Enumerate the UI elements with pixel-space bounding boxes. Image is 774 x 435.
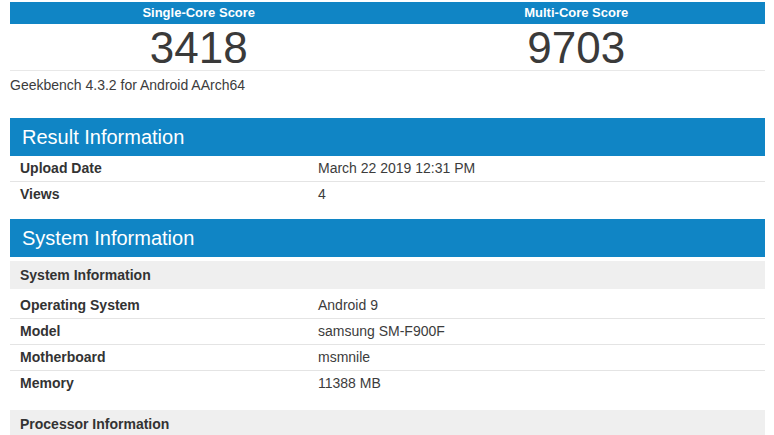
- row-label: Model: [10, 324, 318, 339]
- row-value: 4: [318, 187, 765, 202]
- horizontal-divider: [10, 70, 765, 71]
- row-label: Memory: [10, 376, 318, 391]
- row-value: samsung SM-F900F: [318, 324, 765, 339]
- score-header-bar: Single-Core Score Multi-Core Score: [10, 2, 765, 24]
- system-information-table: Operating System Android 9 Model samsung…: [10, 293, 765, 396]
- subheader-system-information: System Information: [10, 261, 765, 289]
- single-core-score-label: Single-Core Score: [10, 2, 388, 24]
- section-result-information: Result Information Upload Date March 22 …: [10, 118, 765, 207]
- single-core-score-value: 3418: [10, 24, 388, 70]
- multi-core-score-label: Multi-Core Score: [388, 2, 766, 24]
- table-row-memory: Memory 11388 MB: [10, 371, 765, 396]
- table-row-upload-date: Upload Date March 22 2019 12:31 PM: [10, 156, 765, 182]
- table-row-model: Model samsung SM-F900F: [10, 319, 765, 345]
- section-title-result-information: Result Information: [10, 118, 765, 156]
- row-label: Motherboard: [10, 350, 318, 365]
- row-label: Upload Date: [10, 161, 318, 176]
- benchmark-result-page: Single-Core Score Multi-Core Score 3418 …: [10, 0, 765, 435]
- table-row-views: Views 4: [10, 182, 765, 207]
- multi-core-score-value: 9703: [388, 24, 766, 70]
- row-label: Operating System: [10, 298, 318, 313]
- row-value: March 22 2019 12:31 PM: [318, 161, 765, 176]
- section-title-system-information: System Information: [10, 219, 765, 257]
- result-information-table: Upload Date March 22 2019 12:31 PM Views…: [10, 156, 765, 207]
- table-row-operating-system: Operating System Android 9: [10, 293, 765, 319]
- subheader-processor-information: Processor Information: [10, 410, 765, 435]
- row-label: Views: [10, 187, 318, 202]
- row-value: Android 9: [318, 298, 765, 313]
- section-system-information: System Information System Information Op…: [10, 219, 765, 435]
- score-values-row: 3418 9703: [10, 24, 765, 70]
- row-value: 11388 MB: [318, 376, 765, 391]
- benchmark-version-caption: Geekbench 4.3.2 for Android AArch64: [10, 77, 765, 94]
- table-row-motherboard: Motherboard msmnile: [10, 345, 765, 371]
- row-value: msmnile: [318, 350, 765, 365]
